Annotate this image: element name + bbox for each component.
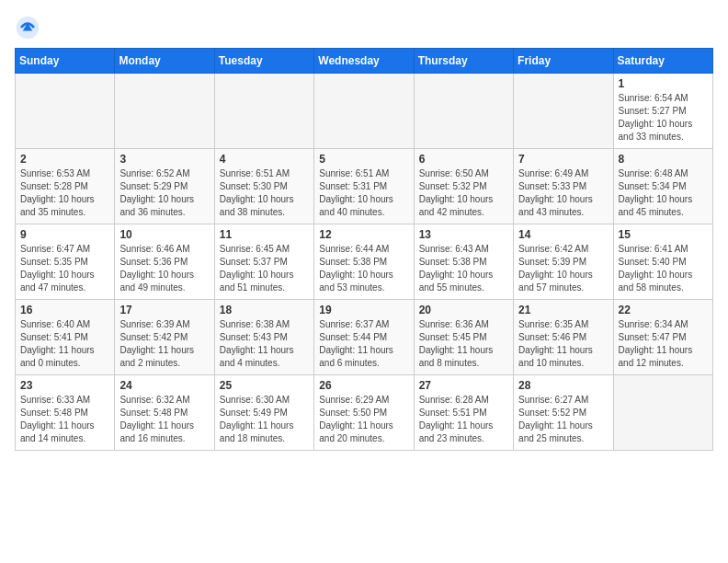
calendar-cell: 12Sunrise: 6:44 AMSunset: 5:38 PMDayligh… [314,224,414,300]
day-info: Sunrise: 6:28 AMSunset: 5:51 PMDaylight:… [419,394,508,445]
calendar-cell: 20Sunrise: 6:36 AMSunset: 5:45 PMDayligh… [414,300,513,375]
day-info: Sunrise: 6:40 AMSunset: 5:41 PMDaylight:… [20,318,109,370]
day-number: 20 [419,304,508,316]
calendar-cell [613,375,712,451]
calendar-cell: 27Sunrise: 6:28 AMSunset: 5:51 PMDayligh… [414,375,513,451]
day-number: 18 [220,304,309,316]
calendar-week-row: 9Sunrise: 6:47 AMSunset: 5:35 PMDaylight… [16,224,713,300]
calendar-cell: 10Sunrise: 6:46 AMSunset: 5:36 PMDayligh… [115,224,214,300]
calendar-cell: 8Sunrise: 6:48 AMSunset: 5:34 PMDaylight… [613,149,712,224]
day-info: Sunrise: 6:49 AMSunset: 5:33 PMDaylight:… [518,167,608,219]
day-info: Sunrise: 6:37 AMSunset: 5:44 PMDaylight:… [319,318,408,370]
calendar-cell: 19Sunrise: 6:37 AMSunset: 5:44 PMDayligh… [314,300,414,375]
day-info: Sunrise: 6:33 AMSunset: 5:48 PMDaylight:… [20,394,109,445]
calendar-day-header: Saturday [613,49,712,74]
calendar-header-row: SundayMondayTuesdayWednesdayThursdayFrid… [16,49,713,74]
calendar-day-header: Wednesday [314,49,414,74]
day-info: Sunrise: 6:43 AMSunset: 5:38 PMDaylight:… [419,243,508,294]
day-number: 21 [518,304,608,316]
calendar-week-row: 16Sunrise: 6:40 AMSunset: 5:41 PMDayligh… [16,300,713,375]
day-number: 3 [119,153,209,166]
calendar-day-header: Monday [115,49,214,74]
calendar-cell: 17Sunrise: 6:39 AMSunset: 5:42 PMDayligh… [115,300,214,375]
day-number: 4 [220,153,309,166]
day-number: 26 [319,379,408,392]
day-info: Sunrise: 6:50 AMSunset: 5:32 PMDaylight:… [419,167,508,219]
calendar-cell: 18Sunrise: 6:38 AMSunset: 5:43 PMDayligh… [214,300,313,375]
calendar-cell: 23Sunrise: 6:33 AMSunset: 5:48 PMDayligh… [16,375,115,451]
calendar-week-row: 23Sunrise: 6:33 AMSunset: 5:48 PMDayligh… [16,375,713,451]
day-number: 23 [20,379,109,392]
calendar-table: SundayMondayTuesdayWednesdayThursdayFrid… [15,48,713,451]
page-header [15,15,713,40]
calendar-day-header: Sunday [16,49,115,74]
day-number: 13 [419,228,508,241]
day-number: 8 [619,153,708,166]
calendar-cell: 13Sunrise: 6:43 AMSunset: 5:38 PMDayligh… [414,224,513,300]
day-number: 2 [20,153,109,166]
day-number: 25 [220,379,309,392]
day-info: Sunrise: 6:39 AMSunset: 5:42 PMDaylight:… [119,318,209,370]
day-number: 28 [518,379,608,392]
calendar-cell: 24Sunrise: 6:32 AMSunset: 5:48 PMDayligh… [115,375,214,451]
day-info: Sunrise: 6:47 AMSunset: 5:35 PMDaylight:… [20,243,109,294]
day-info: Sunrise: 6:44 AMSunset: 5:38 PMDaylight:… [319,243,408,294]
day-number: 17 [119,304,209,316]
day-number: 16 [20,304,109,316]
day-info: Sunrise: 6:41 AMSunset: 5:40 PMDaylight:… [619,243,708,294]
calendar-cell: 22Sunrise: 6:34 AMSunset: 5:47 PMDayligh… [613,300,712,375]
day-info: Sunrise: 6:53 AMSunset: 5:28 PMDaylight:… [20,167,109,219]
day-info: Sunrise: 6:51 AMSunset: 5:30 PMDaylight:… [220,167,309,219]
day-number: 22 [619,304,708,316]
day-info: Sunrise: 6:48 AMSunset: 5:34 PMDaylight:… [619,167,708,219]
day-number: 1 [619,77,708,90]
calendar-cell: 9Sunrise: 6:47 AMSunset: 5:35 PMDaylight… [16,224,115,300]
calendar-cell: 26Sunrise: 6:29 AMSunset: 5:50 PMDayligh… [314,375,414,451]
calendar-cell [115,74,214,149]
day-info: Sunrise: 6:51 AMSunset: 5:31 PMDaylight:… [319,167,408,219]
day-info: Sunrise: 6:45 AMSunset: 5:37 PMDaylight:… [220,243,309,294]
calendar-cell: 21Sunrise: 6:35 AMSunset: 5:46 PMDayligh… [514,300,613,375]
calendar-cell: 14Sunrise: 6:42 AMSunset: 5:39 PMDayligh… [514,224,613,300]
day-info: Sunrise: 6:34 AMSunset: 5:47 PMDaylight:… [619,318,708,370]
calendar-cell [414,74,513,149]
day-info: Sunrise: 6:35 AMSunset: 5:46 PMDaylight:… [518,318,608,370]
calendar-cell: 16Sunrise: 6:40 AMSunset: 5:41 PMDayligh… [16,300,115,375]
calendar-cell [514,74,613,149]
calendar-cell: 2Sunrise: 6:53 AMSunset: 5:28 PMDaylight… [16,149,115,224]
calendar-day-header: Tuesday [214,49,313,74]
day-info: Sunrise: 6:32 AMSunset: 5:48 PMDaylight:… [119,394,209,445]
calendar-cell: 28Sunrise: 6:27 AMSunset: 5:52 PMDayligh… [514,375,613,451]
calendar-cell: 1Sunrise: 6:54 AMSunset: 5:27 PMDaylight… [613,74,712,149]
day-number: 12 [319,228,408,241]
day-number: 7 [518,153,608,166]
day-info: Sunrise: 6:54 AMSunset: 5:27 PMDaylight:… [619,92,708,144]
day-number: 15 [619,228,708,241]
day-number: 11 [220,228,309,241]
calendar-cell: 4Sunrise: 6:51 AMSunset: 5:30 PMDaylight… [214,149,313,224]
day-number: 6 [419,153,508,166]
day-number: 24 [119,379,209,392]
logo-icon [15,15,40,40]
day-info: Sunrise: 6:29 AMSunset: 5:50 PMDaylight:… [319,394,408,445]
calendar-week-row: 2Sunrise: 6:53 AMSunset: 5:28 PMDaylight… [16,149,713,224]
calendar-cell [214,74,313,149]
day-info: Sunrise: 6:38 AMSunset: 5:43 PMDaylight:… [220,318,309,370]
calendar-cell: 6Sunrise: 6:50 AMSunset: 5:32 PMDaylight… [414,149,513,224]
day-number: 9 [20,228,109,241]
day-info: Sunrise: 6:27 AMSunset: 5:52 PMDaylight:… [518,394,608,445]
calendar-cell: 11Sunrise: 6:45 AMSunset: 5:37 PMDayligh… [214,224,313,300]
calendar-cell: 25Sunrise: 6:30 AMSunset: 5:49 PMDayligh… [214,375,313,451]
logo [15,15,44,40]
day-info: Sunrise: 6:46 AMSunset: 5:36 PMDaylight:… [119,243,209,294]
calendar-cell: 15Sunrise: 6:41 AMSunset: 5:40 PMDayligh… [613,224,712,300]
day-info: Sunrise: 6:30 AMSunset: 5:49 PMDaylight:… [220,394,309,445]
calendar-day-header: Friday [514,49,613,74]
day-number: 14 [518,228,608,241]
day-info: Sunrise: 6:52 AMSunset: 5:29 PMDaylight:… [119,167,209,219]
calendar-week-row: 1Sunrise: 6:54 AMSunset: 5:27 PMDaylight… [16,74,713,149]
day-info: Sunrise: 6:42 AMSunset: 5:39 PMDaylight:… [518,243,608,294]
calendar-cell [16,74,115,149]
calendar-cell: 7Sunrise: 6:49 AMSunset: 5:33 PMDaylight… [514,149,613,224]
calendar-cell: 5Sunrise: 6:51 AMSunset: 5:31 PMDaylight… [314,149,414,224]
